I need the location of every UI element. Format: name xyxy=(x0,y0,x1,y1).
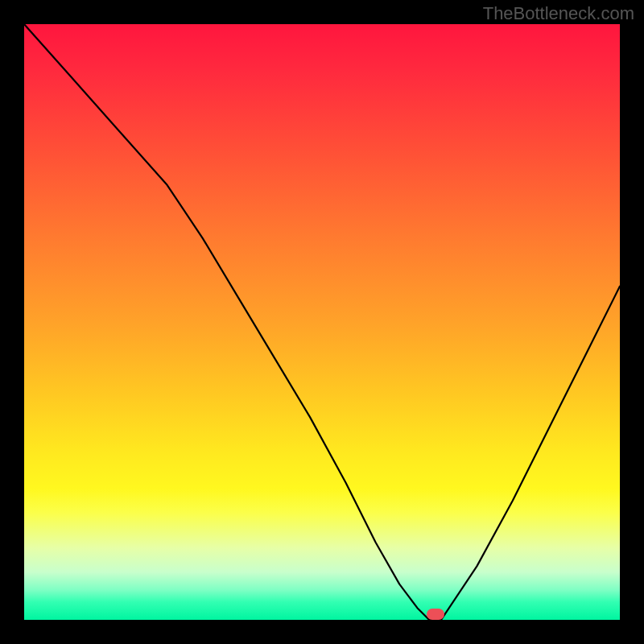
optimal-marker xyxy=(427,609,444,620)
chart-container: TheBottleneck.com xyxy=(0,0,644,644)
curve-svg xyxy=(24,24,620,620)
bottleneck-curve xyxy=(24,24,620,620)
watermark-text: TheBottleneck.com xyxy=(483,3,634,24)
plot-area xyxy=(24,24,620,620)
